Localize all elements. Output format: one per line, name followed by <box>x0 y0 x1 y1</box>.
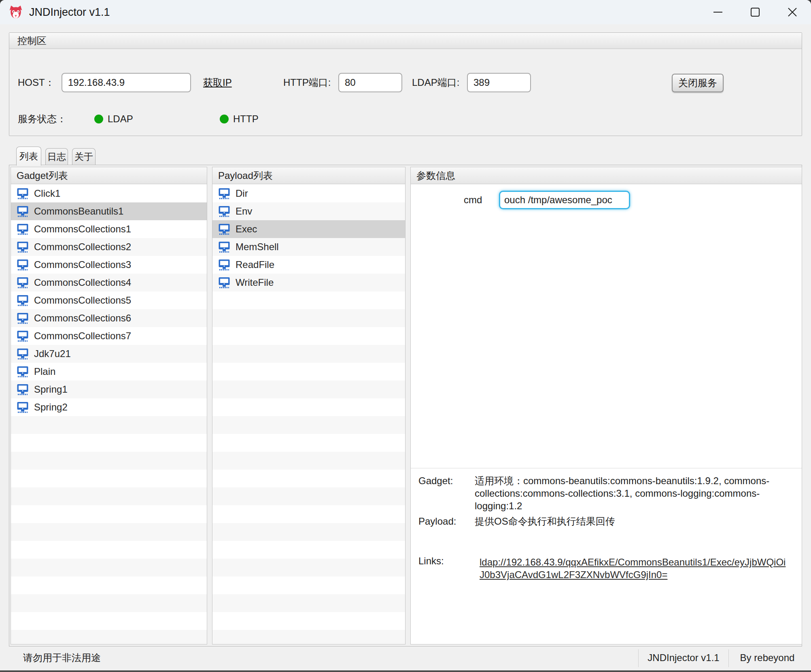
list-row-empty <box>11 594 207 612</box>
host-input[interactable] <box>62 73 191 92</box>
list-item-memshell[interactable]: MemShell <box>212 238 405 256</box>
payload-info-label: Payload: <box>418 515 456 527</box>
list-item-commonscollections2[interactable]: CommonsCollections2 <box>11 238 207 256</box>
list-row-empty <box>11 559 207 576</box>
computer-icon <box>17 402 29 413</box>
http-port-input[interactable] <box>338 73 402 92</box>
close-service-button[interactable]: 关闭服务 <box>672 74 724 92</box>
computer-icon <box>218 241 230 253</box>
list-row-empty <box>212 327 405 345</box>
list-item-label: Plain <box>34 366 55 377</box>
list-row-empty <box>11 523 207 541</box>
list-row-empty <box>212 630 405 644</box>
list-item-dir[interactable]: Dir <box>212 185 405 202</box>
params-panel-title: 参数信息 <box>411 167 802 184</box>
http-status-dot <box>220 115 229 123</box>
http-status-text: HTTP <box>233 109 259 129</box>
cmd-label: cmd <box>464 191 482 209</box>
ldap-port-input[interactable] <box>467 73 531 92</box>
list-item-label: Dir <box>236 188 248 199</box>
list-row-empty <box>212 470 405 487</box>
payload-panel: Payload列表 Dir Env Exec MemShell ReadFile <box>212 167 406 644</box>
list-item-commonscollections7[interactable]: CommonsCollections7 <box>11 327 207 345</box>
list-item-label: CommonsCollections4 <box>34 277 131 288</box>
list-item-label: Exec <box>236 223 257 235</box>
list-row-empty <box>212 523 405 541</box>
computer-icon <box>17 188 29 199</box>
list-item-exec[interactable]: Exec <box>212 220 405 238</box>
list-row-empty <box>212 363 405 381</box>
list-row-empty <box>212 416 405 434</box>
list-item-click1[interactable]: Click1 <box>11 185 207 202</box>
status-version: JNDInjector v1.1 <box>639 646 728 669</box>
list-item-commonscollections5[interactable]: CommonsCollections5 <box>11 291 207 309</box>
maximize-button[interactable] <box>737 0 774 24</box>
list-row-empty <box>11 452 207 470</box>
computer-icon <box>218 188 230 199</box>
list-item-label: ReadFile <box>236 259 274 270</box>
list-item-readfile[interactable]: ReadFile <box>212 256 405 274</box>
list-item-commonsbeanutils1[interactable]: CommonsBeanutils1 <box>11 202 207 220</box>
ldap-status-dot <box>94 115 103 123</box>
gadget-info-text: 适用环境：commons-beanutils:commons-beanutils… <box>475 474 798 512</box>
list-row-empty <box>212 434 405 452</box>
computer-icon <box>17 277 29 288</box>
params-panel: 参数信息 cmd Gadget: 适用环境：commons-beanutils:… <box>410 167 802 644</box>
list-item-label: CommonsCollections1 <box>34 223 131 235</box>
list-row-empty <box>11 541 207 559</box>
list-item-commonscollections4[interactable]: CommonsCollections4 <box>11 274 207 291</box>
list-row-empty <box>212 309 405 327</box>
list-item-label: Spring1 <box>34 384 68 395</box>
tab-list[interactable]: 列表 <box>16 147 41 166</box>
list-item-env[interactable]: Env <box>212 202 405 220</box>
computer-icon <box>17 313 29 324</box>
list-item-commonscollections6[interactable]: CommonsCollections6 <box>11 309 207 327</box>
list-row-empty <box>212 381 405 398</box>
minimize-button[interactable] <box>699 0 737 24</box>
computer-icon <box>17 241 29 253</box>
list-item-spring2[interactable]: Spring2 <box>11 398 207 416</box>
payload-list: Dir Env Exec MemShell ReadFile WriteFile <box>212 185 405 644</box>
list-row-empty <box>212 505 405 523</box>
list-row-empty <box>11 434 207 452</box>
host-label: HOST： <box>18 73 55 92</box>
husky-logo-icon <box>8 5 23 19</box>
list-item-jdk7u21[interactable]: Jdk7u21 <box>11 345 207 363</box>
close-button[interactable] <box>774 0 811 24</box>
list-item-label: CommonsCollections2 <box>34 241 131 253</box>
list-row-empty <box>212 398 405 416</box>
status-bar: 请勿用于非法用途 JNDInjector v1.1 By rebeyond <box>0 646 811 670</box>
tab-log[interactable]: 日志 <box>45 148 68 165</box>
list-item-label: Jdk7u21 <box>34 348 71 359</box>
list-item-label: CommonsCollections7 <box>34 330 131 342</box>
list-item-commonscollections3[interactable]: CommonsCollections3 <box>11 256 207 274</box>
list-item-plain[interactable]: Plain <box>11 363 207 381</box>
list-row-empty <box>11 630 207 644</box>
list-row-empty <box>11 470 207 487</box>
service-status-label: 服务状态： <box>18 109 66 129</box>
tab-about[interactable]: 关于 <box>72 148 96 165</box>
app-window: JNDInjector v1.1 控制区 HOST： 获取IP HTTP端口: … <box>0 0 811 672</box>
ldap-status-text: LDAP <box>108 109 133 129</box>
computer-icon <box>17 366 29 377</box>
http-port-label: HTTP端口: <box>283 73 331 92</box>
window-title: JNDInjector v1.1 <box>29 6 110 19</box>
payload-info-text: 提供OS命令执行和执行结果回传 <box>475 515 798 527</box>
list-row-empty <box>212 559 405 576</box>
list-item-spring1[interactable]: Spring1 <box>11 381 207 398</box>
cmd-input[interactable] <box>499 191 630 209</box>
list-item-commonscollections1[interactable]: CommonsCollections1 <box>11 220 207 238</box>
list-row-empty <box>11 487 207 505</box>
list-item-writefile[interactable]: WriteFile <box>212 274 405 291</box>
list-row-empty <box>212 594 405 612</box>
disclaimer-text: 请勿用于非法用途 <box>23 646 101 669</box>
computer-icon <box>17 348 29 359</box>
exploit-link[interactable]: ldap://192.168.43.9/qqxAEfikxE/CommonsBe… <box>480 556 790 581</box>
computer-icon <box>17 330 29 342</box>
computer-icon <box>218 277 230 288</box>
payload-panel-title: Payload列表 <box>212 167 405 184</box>
computer-icon <box>218 223 230 235</box>
get-ip-link[interactable]: 获取IP <box>203 73 232 92</box>
computer-icon <box>218 259 230 270</box>
gadget-panel-title: Gadget列表 <box>11 167 207 184</box>
